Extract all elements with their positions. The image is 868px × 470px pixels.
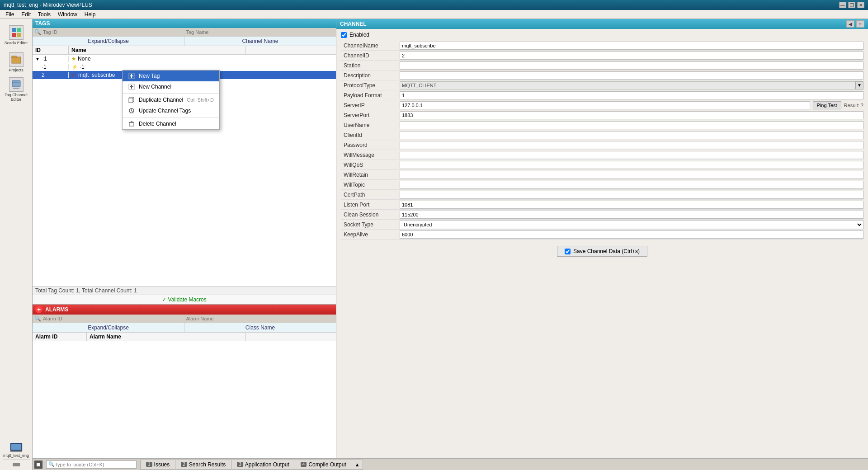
status-tab-compile-output[interactable]: 4 Compile Output: [295, 460, 352, 470]
context-menu: New Tag New Channel Duplicate Channel Ct…: [122, 70, 220, 130]
field-label-password: Password: [341, 141, 400, 149]
field-input-listen-port[interactable]: [400, 201, 863, 209]
alarms-expand-collapse-btn[interactable]: Expand/Collapse: [33, 323, 184, 332]
menu-edit[interactable]: Edit: [18, 10, 34, 19]
channel-menu-btn[interactable]: ≡: [856, 20, 864, 28]
field-input-will-retain[interactable]: [400, 171, 863, 179]
field-label-username: UserName: [341, 121, 400, 129]
field-input-server-port[interactable]: [400, 111, 863, 119]
field-input-username[interactable]: [400, 121, 863, 129]
menu-help[interactable]: Help: [81, 10, 99, 19]
field-input-password[interactable]: [400, 141, 863, 149]
field-label-will-qos: WillQoS: [341, 161, 400, 169]
minimize-button[interactable]: —: [839, 2, 846, 8]
field-input-station[interactable]: [400, 61, 863, 70]
svg-rect-1: [17, 28, 21, 32]
sidebar: Scada Editor Projects Tag Channel Editor…: [0, 19, 33, 470]
save-channel-button[interactable]: Save Channel Data (Ctrl+s): [557, 246, 647, 257]
field-label-listen-port: Listen Port: [341, 201, 400, 209]
field-label-will-topic: WillTopic: [341, 181, 400, 189]
svg-rect-6: [12, 80, 20, 87]
ctx-separator-2: [123, 117, 219, 118]
tag-id-search-cell: 🔍: [33, 28, 184, 36]
ctx-item-new-channel[interactable]: New Channel: [123, 81, 219, 92]
status-bar: 🔍 1 Issues 2 Search Results 3 Applicatio…: [33, 458, 868, 470]
status-tab-issues[interactable]: 1 Issues: [140, 460, 175, 470]
field-label-cert-path: CertPath: [341, 191, 400, 199]
field-input-clean-session[interactable]: [400, 211, 863, 219]
field-value-protocol-type: MQTT_CLIENT: [400, 81, 855, 89]
field-row-username: UserName: [341, 120, 863, 130]
sidebar-expand-arrow[interactable]: [13, 463, 20, 466]
channel-enabled-checkbox[interactable]: [341, 32, 347, 38]
field-input-channel-id[interactable]: [400, 52, 863, 60]
tree-row[interactable]: ▼ -1 ★ None: [33, 55, 336, 63]
field-input-description[interactable]: [400, 71, 863, 80]
menu-file[interactable]: File: [2, 10, 18, 19]
field-input-will-message[interactable]: [400, 151, 863, 159]
field-row-socket-type: Socket Type Unencrypted Encrypted: [341, 220, 863, 230]
field-input-keep-alive[interactable]: [400, 230, 863, 239]
sidebar-item-projects[interactable]: Projects: [3, 50, 30, 75]
stop-button[interactable]: [34, 461, 42, 469]
tag-id-search-input[interactable]: [43, 29, 182, 35]
status-tab-search-results[interactable]: 2 Search Results: [175, 460, 231, 470]
save-channel-row: Save Channel Data (Ctrl+s): [336, 243, 868, 259]
close-button[interactable]: ✕: [857, 2, 864, 8]
ctx-item-delete-channel[interactable]: Delete Channel: [123, 118, 219, 129]
svg-rect-0: [12, 28, 16, 32]
field-input-cert-path[interactable]: [400, 191, 863, 199]
field-row-will-message: WillMessage: [341, 150, 863, 160]
alarm-add-btn[interactable]: +: [35, 306, 42, 313]
field-label-description: Description: [341, 71, 400, 80]
field-row-will-topic: WillTopic: [341, 180, 863, 190]
field-row-client-id: ClientId: [341, 130, 863, 140]
sidebar-item-scada-editor[interactable]: Scada Editor: [3, 23, 30, 48]
field-input-channel-name[interactable]: [400, 42, 863, 50]
locate-search-box: 🔍: [46, 461, 137, 469]
status-tab-expand[interactable]: ▲: [352, 460, 363, 470]
field-row-password: Password: [341, 140, 863, 150]
alarms-header: + ALARMS: [33, 305, 336, 315]
field-row-cert-path: CertPath: [341, 190, 863, 200]
field-label-socket-type: Socket Type: [341, 221, 400, 229]
field-input-will-topic[interactable]: [400, 181, 863, 189]
status-tab-application-output[interactable]: 3 Application Output: [231, 460, 295, 470]
ctx-item-new-tag[interactable]: New Tag: [123, 70, 219, 81]
sidebar-item-tag-channel-editor[interactable]: Tag Channel Editor: [3, 77, 30, 102]
field-row-keep-alive: KeepAlive: [341, 230, 863, 240]
title-bar: mqtt_test_eng - Mikrodev ViewPLUS — ❐ ✕: [0, 0, 868, 10]
ping-test-button[interactable]: Ping Test: [813, 101, 841, 109]
ctx-item-update-channel-tags[interactable]: Update Channel Tags: [123, 105, 219, 116]
svg-rect-20: [129, 98, 133, 103]
duplicate-channel-icon: [128, 96, 135, 103]
field-label-clean-session: Clean Session: [341, 211, 400, 219]
alarms-class-name-header: Class Name: [184, 323, 336, 332]
tags-expand-collapse-btn[interactable]: Expand/Collapse: [33, 37, 184, 46]
menu-window[interactable]: Window: [54, 10, 81, 19]
field-input-payload-format[interactable]: [400, 91, 863, 99]
svg-rect-11: [10, 451, 22, 452]
menu-tools[interactable]: Tools: [34, 10, 54, 19]
protocol-type-dropdown-arrow[interactable]: ▼: [855, 81, 863, 89]
field-input-client-id[interactable]: [400, 131, 863, 139]
locate-search-input[interactable]: [55, 462, 134, 467]
tag-icon-lightning: ⚡: [71, 64, 78, 70]
ctx-item-duplicate-channel[interactable]: Duplicate Channel Ctrl+Shift+D: [123, 94, 219, 105]
alarms-col-id: Alarm ID: [33, 333, 87, 341]
scada-editor-icon: [9, 25, 24, 40]
project-icon[interactable]: mqtt_test_eng: [7, 440, 25, 458]
tag-name-search-input[interactable]: [186, 29, 334, 35]
title-bar-controls[interactable]: — ❐ ✕: [839, 2, 864, 8]
alarms-col-name: Alarm Name: [87, 333, 245, 341]
right-panel: CHANNEL ◀ ≡ Enabled ChannelName: [336, 19, 868, 458]
validate-macros-btn[interactable]: ✓ Validate Macros: [33, 295, 336, 304]
alarm-id-search-input[interactable]: [43, 316, 182, 321]
tag-channel-editor-label: Tag Channel Editor: [3, 93, 29, 102]
alarm-name-search-input[interactable]: [186, 316, 334, 321]
maximize-button[interactable]: ❐: [848, 2, 855, 8]
field-input-server-ip[interactable]: [400, 101, 810, 109]
channel-prev-btn[interactable]: ◀: [846, 20, 854, 28]
field-input-will-qos[interactable]: [400, 161, 863, 169]
field-select-socket-type[interactable]: Unencrypted Encrypted: [400, 220, 863, 229]
